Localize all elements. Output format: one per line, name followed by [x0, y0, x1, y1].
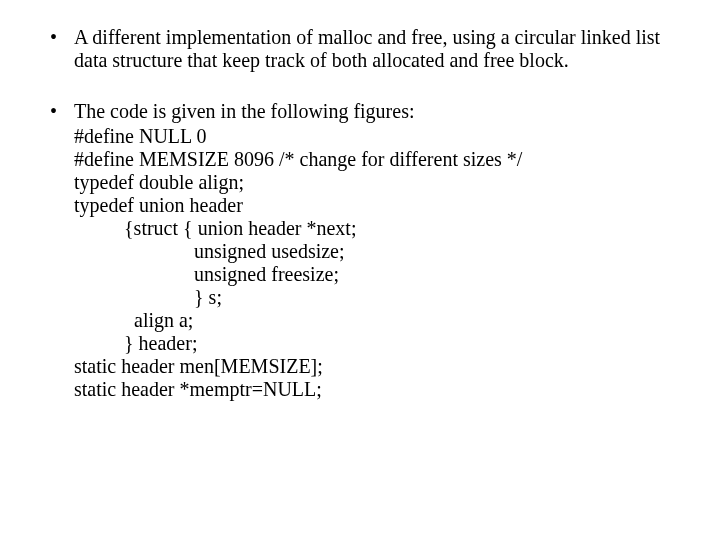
bullet-text-1: A different implementation of malloc and…: [74, 26, 660, 71]
bullet-list: A different implementation of malloc and…: [40, 26, 680, 401]
code-block: #define NULL 0 #define MEMSIZE 8096 /* c…: [74, 125, 680, 401]
bullet-text-2: The code is given in the following figur…: [74, 100, 414, 122]
bullet-item-1: A different implementation of malloc and…: [40, 26, 680, 72]
slide-content: A different implementation of malloc and…: [0, 0, 720, 401]
bullet-item-2: The code is given in the following figur…: [40, 100, 680, 401]
